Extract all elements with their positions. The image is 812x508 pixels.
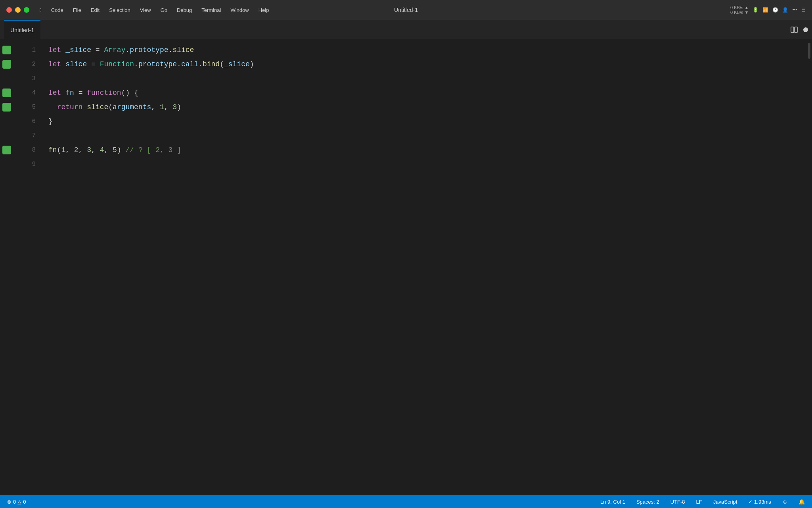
line-content-1: let _slice = Array.prototype.slice [36,43,194,57]
split-editor-button[interactable] [788,24,800,36]
close-button[interactable] [6,7,12,13]
code-segment: 1 [61,143,65,157]
line-number-4: 4 [24,86,36,100]
breakpoint-2[interactable] [2,60,11,69]
code-segment: 3 [87,143,91,157]
menu-window[interactable]: Window [226,6,253,15]
battery-icon: 🔋 [753,7,758,13]
line-9: 9 [0,157,806,171]
line-content-4: let fn = function() { [36,86,138,100]
code-segment: . [168,43,172,57]
code-segment: () { [121,86,138,100]
error-count[interactable]: ⊗ 0 △ 0 [5,498,28,506]
code-segment: slice [87,100,108,114]
code-segment: , [91,143,100,157]
menu-terminal[interactable]: Terminal [197,6,225,15]
timing[interactable]: ✓ 1.93ms [746,498,773,506]
notification-icon[interactable]: 🔔 [796,498,807,506]
line-ending[interactable]: LF [694,498,705,506]
tabbar-actions [788,24,808,36]
titlebar-left:  Code File Edit Selection View Go Debug… [6,6,273,15]
menu-view[interactable]: View [136,6,155,15]
line-number-8: 8 [24,143,36,157]
scrollbar-track[interactable] [806,40,812,495]
tabbar: Untitled-1 [0,20,812,40]
code-segment: , [104,143,113,157]
window-title: Untitled-1 [394,7,418,13]
code-segment: ) [117,143,126,157]
gutter-8 [0,146,24,154]
scrollbar-thumb[interactable] [808,43,810,59]
menu-selection[interactable]: Selection [105,6,134,15]
code-segment: ( [57,143,61,157]
gutter-5 [0,103,24,112]
line-number-5: 5 [24,100,36,114]
gutter-4 [0,89,24,97]
code-segment: } [48,114,53,129]
tab-untitled1[interactable]: Untitled-1 [4,20,40,39]
tab-label: Untitled-1 [10,27,34,33]
breakpoint-8[interactable] [2,146,11,154]
editor-container: 1let _slice = Array.prototype.slice2let … [0,40,812,495]
line-content-6: } [36,114,53,129]
code-segment: bind [203,57,220,71]
line-8: 8fn(1, 2, 3, 4, 5) // ? [ 2, 3 ] [0,143,806,157]
cursor-position[interactable]: Ln 9, Col 1 [598,498,628,506]
code-segment: 5 [113,143,117,157]
apple-menu[interactable]:  [36,6,46,15]
encoding[interactable]: UTF-8 [668,498,688,506]
line-4: 4let fn = function() { [0,86,806,100]
minimize-button[interactable] [15,7,21,13]
error-icon: ⊗ [7,499,11,505]
line-content-2: let slice = Function.prototype.call.bind… [36,57,254,71]
code-segment: arguments [113,100,151,114]
code-segment: . [134,57,138,71]
code-segment [48,100,57,114]
code-segment: , [65,143,74,157]
language-mode[interactable]: JavaScript [711,498,740,506]
line-6: 6} [0,114,806,129]
titlebar:  Code File Edit Selection View Go Debug… [0,0,812,20]
code-segment: let [48,86,61,100]
titlebar-right: 0 KB/s ▲0 KB/s ▼ 🔋 📶 🕐 👤 ••• ☰ [730,5,806,15]
code-segment: , [79,143,87,157]
user-icon: 👤 [782,7,788,13]
indentation[interactable]: Spaces: 2 [634,498,662,506]
breakpoint-1[interactable] [2,46,11,54]
code-segment: slice [61,57,91,71]
network-up-icon: 0 KB/s ▲0 KB/s ▼ [730,5,749,15]
line-1: 1let _slice = Array.prototype.slice [0,43,806,57]
line-number-6: 6 [24,114,36,129]
menu-code[interactable]: Code [47,6,67,15]
feedback-icon[interactable]: ☺ [780,498,790,506]
more-icon: ••• [792,7,797,13]
unsaved-indicator [803,27,808,32]
code-segment: return [57,100,83,114]
breakpoint-5[interactable] [2,103,11,112]
code-segment: . [125,43,130,57]
svg-rect-0 [791,27,794,33]
code-editor[interactable]: 1let _slice = Array.prototype.slice2let … [0,40,806,495]
status-right: Ln 9, Col 1 Spaces: 2 UTF-8 LF JavaScrip… [598,498,807,506]
clock-icon: 🕐 [772,7,778,13]
code-segment: let [48,57,61,71]
menu-edit[interactable]: Edit [87,6,103,15]
breakpoint-4[interactable] [2,89,11,97]
code-segment: 4 [100,143,104,157]
code-segment: Function [100,57,134,71]
statusbar: ⊗ 0 △ 0 Ln 9, Col 1 Spaces: 2 UTF-8 LF J… [0,495,812,508]
menu-file[interactable]: File [69,6,85,15]
menu-debug[interactable]: Debug [173,6,196,15]
line-number-2: 2 [24,57,36,71]
svg-rect-1 [795,27,797,33]
menu-help[interactable]: Help [255,6,273,15]
code-segment: , [164,100,173,114]
maximize-button[interactable] [24,7,29,13]
menu-go[interactable]: Go [157,6,171,15]
code-segment: prototype [130,43,168,57]
line-content-8: fn(1, 2, 3, 4, 5) // ? [ 2, 3 ] [36,143,181,157]
list-icon: ☰ [801,7,806,13]
traffic-lights [6,7,29,13]
menu-bar:  Code File Edit Selection View Go Debug… [36,6,273,15]
code-segment: , [151,100,160,114]
